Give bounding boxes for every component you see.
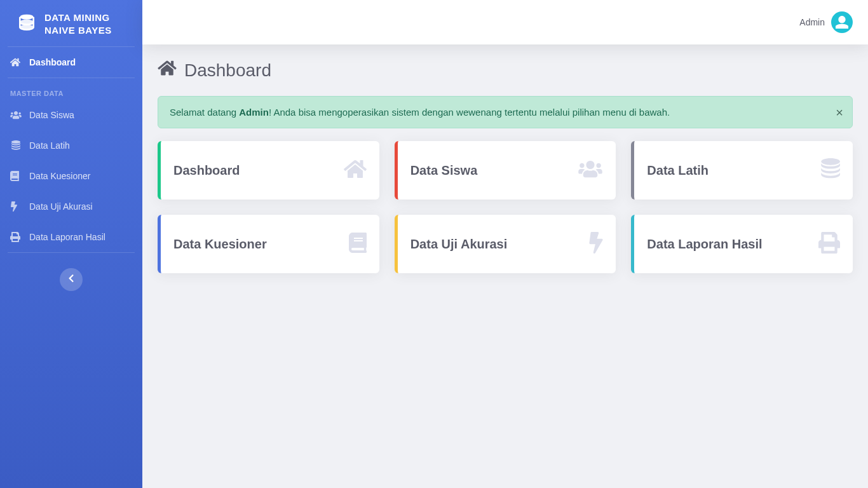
card-data-laporan-hasil[interactable]: Data Laporan Hasil (631, 215, 853, 273)
home-icon (10, 57, 24, 67)
topbar: Admin (142, 0, 868, 44)
book-icon (10, 171, 24, 181)
card-title: Data Uji Akurasi (410, 237, 508, 252)
brand-line1: DATA MINING (44, 11, 112, 24)
bolt-icon (10, 201, 24, 212)
svg-point-2 (20, 24, 33, 29)
brand-line2: NAIVE BAYES (44, 24, 112, 37)
page-title: Dashboard (158, 60, 853, 81)
card-title: Data Kuesioner (173, 237, 267, 252)
sidebar: DATA MINING NAIVE BAYES Dashboard MASTER… (0, 0, 142, 488)
cards-grid: Dashboard Data Siswa Data Latih Data Kue… (158, 141, 853, 273)
database-icon (17, 13, 37, 36)
page-title-text: Dashboard (184, 60, 271, 81)
collapse-wrap (0, 253, 142, 306)
sidebar-item-label: Data Latih (29, 140, 70, 151)
welcome-alert: Selamat datang Admin! Anda bisa mengoper… (158, 96, 853, 128)
svg-point-1 (20, 19, 33, 24)
card-title: Data Siswa (410, 163, 478, 178)
svg-point-0 (20, 14, 33, 19)
card-data-latih[interactable]: Data Latih (631, 141, 853, 200)
sidebar-item-label: Data Laporan Hasil (29, 232, 105, 242)
close-icon[interactable]: × (836, 106, 843, 119)
sidebar-item-data-uji-akurasi[interactable]: Data Uji Akurasi (0, 191, 142, 222)
coins-icon (10, 140, 24, 151)
topbar-user[interactable]: Admin (799, 11, 853, 33)
topbar-user-name: Admin (799, 17, 825, 27)
sidebar-item-label: Dashboard (29, 57, 76, 67)
sidebar-item-data-latih[interactable]: Data Latih (0, 130, 142, 161)
brand[interactable]: DATA MINING NAIVE BAYES (8, 0, 135, 47)
sidebar-item-label: Data Uji Akurasi (29, 201, 93, 212)
sidebar-item-data-laporan-hasil[interactable]: Data Laporan Hasil (0, 222, 142, 252)
alert-text: Selamat datang Admin! Anda bisa mengoper… (170, 107, 670, 118)
sidebar-item-data-siswa[interactable]: Data Siswa (0, 100, 142, 130)
sidebar-item-label: Data Siswa (29, 110, 74, 120)
book-icon (349, 232, 367, 256)
sidebar-collapse-button[interactable] (60, 268, 83, 291)
alert-suffix: ! Anda bisa mengoperasikan sistem dengan… (269, 107, 670, 118)
sidebar-item-dashboard[interactable]: Dashboard (0, 47, 142, 78)
sidebar-item-data-kuesioner[interactable]: Data Kuesioner (0, 161, 142, 191)
card-data-siswa[interactable]: Data Siswa (395, 141, 616, 200)
avatar (831, 11, 853, 33)
coins-icon (818, 158, 840, 182)
card-title: Dashboard (173, 163, 240, 178)
home-icon (158, 60, 177, 81)
card-title: Data Latih (647, 163, 709, 178)
users-icon (10, 111, 24, 119)
print-icon (10, 232, 24, 242)
card-data-uji-akurasi[interactable]: Data Uji Akurasi (395, 215, 616, 273)
sidebar-heading-master-data: MASTER DATA (0, 78, 142, 100)
card-data-kuesioner[interactable]: Data Kuesioner (158, 215, 379, 273)
chevron-left-icon (68, 274, 74, 285)
users-icon (578, 159, 603, 181)
sidebar-item-label: Data Kuesioner (29, 171, 91, 181)
alert-bold: Admin (239, 107, 269, 118)
card-dashboard[interactable]: Dashboard (158, 141, 379, 200)
main: Admin Dashboard Selamat datang Admin! An… (142, 0, 868, 488)
bolt-icon (589, 232, 603, 256)
alert-prefix: Selamat datang (170, 107, 239, 118)
home-icon (344, 159, 367, 182)
brand-text: DATA MINING NAIVE BAYES (44, 11, 112, 36)
card-title: Data Laporan Hasil (647, 237, 762, 252)
print-icon (818, 232, 840, 256)
content: Dashboard Selamat datang Admin! Anda bis… (142, 44, 868, 288)
